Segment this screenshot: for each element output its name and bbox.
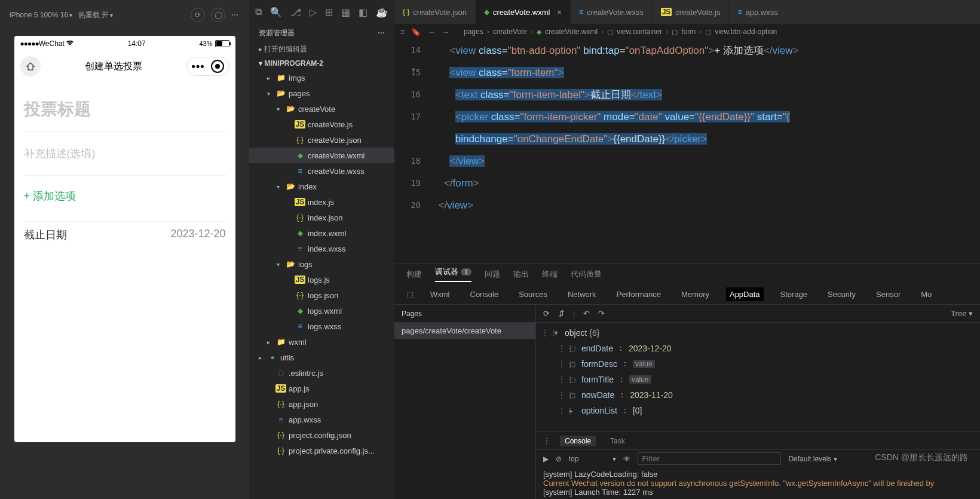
- devtool-subtab-Storage[interactable]: Storage: [777, 287, 811, 301]
- bookmark-icon[interactable]: 🔖: [411, 27, 421, 36]
- explorer-more-icon[interactable]: ⋯: [378, 29, 385, 37]
- breadcrumb-seg[interactable]: pages: [464, 27, 483, 36]
- levels-selector[interactable]: Default levels ▾: [788, 455, 837, 463]
- tree-item-index[interactable]: ▾📂index: [249, 179, 394, 194]
- tree-item-createVote-js[interactable]: JScreateVote.js: [249, 117, 394, 132]
- tree-item-app-wxss[interactable]: ≡app.wxss: [249, 412, 394, 427]
- tree-item-index-wxml[interactable]: ◆index.wxml: [249, 225, 394, 241]
- tree-item-logs-wxss[interactable]: ≡logs.wxss: [249, 319, 394, 334]
- tab-createVote-wxss[interactable]: ≡createVote.wxss: [571, 0, 653, 24]
- vote-desc-input[interactable]: 补充描述(选填): [24, 146, 226, 161]
- capsule-menu-icon[interactable]: •••: [192, 60, 205, 73]
- tab-createVote-js[interactable]: JScreateVote.js: [653, 0, 730, 24]
- nav-fwd-icon[interactable]: →: [442, 27, 449, 36]
- appdata-row-endDate[interactable]: ⋮⋮▢endDate：2023-12-20: [541, 341, 975, 356]
- appdata-page-item[interactable]: pages/createVote/createVote: [394, 323, 535, 339]
- redo-icon[interactable]: ↷: [598, 309, 605, 318]
- code-editor[interactable]: <view class="btn-add-option" bind:tap="o…: [430, 39, 980, 264]
- devtool-tab-构建[interactable]: 构建: [406, 269, 422, 280]
- search-icon[interactable]: 🔍: [270, 7, 282, 18]
- open-editors-section[interactable]: ▸ 打开的编辑器: [249, 42, 394, 57]
- tree-item-project-config-json[interactable]: {·}project.config.json: [249, 427, 394, 443]
- console-tab-console[interactable]: Console: [560, 436, 596, 446]
- devtool-subtab-Console[interactable]: Console: [467, 287, 503, 301]
- tree-item-logs-js[interactable]: JSlogs.js: [249, 272, 394, 287]
- vote-title-input[interactable]: 投票标题: [24, 98, 226, 121]
- tab-app-wxss[interactable]: ≡app.wxss: [729, 0, 786, 24]
- devtool-subtab-Mo[interactable]: Mo: [917, 287, 935, 301]
- devtool-tab-终端[interactable]: 终端: [542, 269, 558, 280]
- clear-icon[interactable]: ⊘: [556, 455, 562, 463]
- debug-icon[interactable]: ▷: [310, 7, 317, 18]
- inspect-icon[interactable]: ⬚: [406, 290, 414, 299]
- project-section[interactable]: ▾ MINIPROGRAM-2: [249, 57, 394, 70]
- layout-icon[interactable]: ⊞: [325, 7, 333, 18]
- refresh-icon[interactable]: ⟳: [543, 309, 550, 318]
- home-icon[interactable]: [20, 56, 41, 76]
- tree-item-logs-wxml[interactable]: ◆logs.wxml: [249, 303, 394, 319]
- cup-icon[interactable]: ☕: [376, 7, 388, 18]
- eye-icon[interactable]: 👁: [623, 455, 630, 463]
- tree-item-app-js[interactable]: JSapp.js: [249, 381, 394, 396]
- tree-item-index-wxss[interactable]: ≡index.wxss: [249, 241, 394, 256]
- tree-item-logs[interactable]: ▾📂logs: [249, 256, 394, 272]
- appdata-row-formDesc[interactable]: ⋮⋮▢formDesc：value: [541, 356, 975, 372]
- console-tab-task[interactable]: Task: [605, 436, 630, 446]
- more-icon[interactable]: ⋯: [231, 11, 240, 19]
- devtool-tab-输出[interactable]: 输出: [513, 269, 529, 280]
- appdata-tree[interactable]: ⋮⋮▼object {6}⋮⋮▢endDate：2023-12-20⋮⋮▢for…: [536, 323, 980, 431]
- end-date-row[interactable]: 截止日期 2023-12-20: [24, 228, 226, 242]
- split-icon[interactable]: ⇵: [558, 309, 565, 318]
- toggle-panel-icon[interactable]: ≡: [400, 27, 405, 36]
- files-icon[interactable]: ⧉: [255, 7, 262, 17]
- capsule-button[interactable]: •••: [186, 57, 229, 76]
- hot-reload-toggle[interactable]: 热重载 开▾: [78, 10, 113, 20]
- tree-item-createVote[interactable]: ▾📂createVote: [249, 101, 394, 117]
- breadcrumb[interactable]: pages›createVote›◆createVote.wxml›▢view.…: [452, 24, 789, 39]
- capsule-close-icon[interactable]: [211, 60, 224, 73]
- git-icon[interactable]: ⎇: [290, 7, 301, 18]
- breadcrumb-seg[interactable]: form: [681, 27, 696, 36]
- tree-item-index-json[interactable]: {·}index.json: [249, 210, 394, 225]
- breadcrumb-seg[interactable]: view.container: [617, 27, 662, 36]
- tree-item-app-json[interactable]: {·}app.json: [249, 396, 394, 412]
- devtool-tab-调试器[interactable]: 调试器1: [435, 267, 471, 282]
- undo-icon[interactable]: ↶: [583, 309, 590, 318]
- breadcrumb-seg[interactable]: view.btn-add-option: [715, 27, 777, 36]
- tree-item-index-js[interactable]: JSindex.js: [249, 194, 394, 210]
- tree-item-project-private-config-js-[interactable]: {·}project.private.config.js...: [249, 443, 394, 458]
- tree-item-createVote-wxss[interactable]: ≡createVote.wxss: [249, 163, 394, 179]
- nav-back-icon[interactable]: ←: [428, 27, 436, 36]
- devtool-subtab-Performance[interactable]: Performance: [613, 287, 664, 301]
- context-selector[interactable]: top ▾: [569, 455, 616, 463]
- devtool-tab-问题[interactable]: 问题: [485, 269, 500, 280]
- tree-item-createVote-wxml[interactable]: ◆createVote.wxml: [249, 148, 394, 163]
- appdata-row-nowDate[interactable]: ⋮⋮▢nowDate：2023-11-20: [541, 387, 975, 403]
- play-icon[interactable]: ▶: [543, 455, 549, 463]
- devtool-subtab-Network[interactable]: Network: [564, 287, 600, 301]
- devtool-subtab-Sensor[interactable]: Sensor: [872, 287, 904, 301]
- tree-item-pages[interactable]: ▾📂pages: [249, 85, 394, 101]
- stop-icon[interactable]: ◯: [211, 8, 225, 22]
- appdata-row-formTitle[interactable]: ⋮⋮▢formTitle：value: [541, 372, 975, 387]
- tree-item-wxml[interactable]: ▸📁wxml: [249, 334, 394, 350]
- grid-icon[interactable]: ▦: [341, 7, 350, 18]
- devtool-subtab-Sources[interactable]: Sources: [515, 287, 551, 301]
- add-option-button[interactable]: + 添加选项: [24, 189, 226, 203]
- devtool-tab-代码质量[interactable]: 代码质量: [571, 269, 602, 280]
- tree-item-imgs[interactable]: ▸📁imgs: [249, 70, 394, 85]
- cube-icon[interactable]: ◧: [359, 7, 368, 18]
- tab-createVote-json[interactable]: {·}createVote.json: [394, 0, 476, 24]
- devtool-subtab-Security[interactable]: Security: [824, 287, 859, 301]
- breadcrumb-seg[interactable]: createVote.wxml: [545, 27, 598, 36]
- tree-item-createVote-json[interactable]: {·}createVote.json: [249, 132, 394, 148]
- devtool-subtab-Memory[interactable]: Memory: [678, 287, 713, 301]
- appdata-row-optionList[interactable]: ⋮⋮▸optionList：[0]: [541, 403, 975, 418]
- tree-item-utils[interactable]: ▸●utils: [249, 350, 394, 365]
- tab-createVote-wxml[interactable]: ◆createVote.wxml×: [476, 0, 571, 24]
- tree-item-logs-json[interactable]: {·}logs.json: [249, 287, 394, 303]
- console-filter-input[interactable]: [638, 452, 781, 465]
- tree-item--eslintrc-js[interactable]: ◌.eslintrc.js: [249, 365, 394, 381]
- refresh-icon[interactable]: ⟳: [191, 8, 205, 22]
- devtool-subtab-Wxml[interactable]: Wxml: [427, 287, 454, 301]
